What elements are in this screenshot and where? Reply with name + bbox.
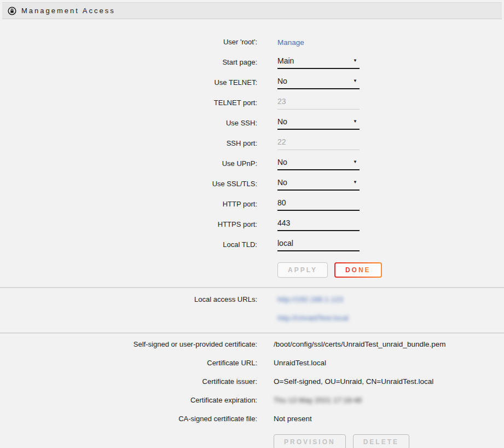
row-telnet-port: TELNET port:: [0, 93, 504, 113]
row-use-telnet: Use TELNET: No ▼: [0, 72, 504, 93]
local-tld-label: Local TLD:: [0, 240, 257, 249]
local-access-url-hostname-link[interactable]: http://UnraidTest.local: [277, 314, 349, 322]
delete-button[interactable]: DELETE: [353, 434, 409, 448]
local-access-urls-label: Local access URLs:: [0, 295, 257, 303]
manage-root-link[interactable]: Manage: [277, 38, 304, 47]
cert-expiration-row: Certificate expiration: Thu 13 May 2021 …: [0, 390, 504, 409]
row-use-ssl: Use SSL/TLS: No ▼: [0, 174, 504, 194]
cert-expiration-label: Certificate expiration:: [0, 396, 257, 404]
row-http-port: HTTP port:: [0, 194, 504, 214]
local-tld-input[interactable]: [277, 238, 360, 251]
row-use-upnp: Use UPnP: No ▼: [0, 153, 504, 174]
use-upnp-label: Use UPnP:: [0, 159, 257, 168]
management-access-form: User 'root': Manage Start page: Main ▼ U…: [0, 19, 504, 278]
cert-file-row: Self-signed or user-provided certificate…: [0, 335, 504, 353]
use-upnp-value: No: [277, 158, 287, 166]
cert-file-label: Self-signed or user-provided certificate…: [0, 340, 257, 348]
use-telnet-label: Use TELNET:: [0, 78, 257, 87]
ssh-port-label: SSH port:: [0, 139, 257, 147]
chevron-down-icon: ▼: [353, 59, 358, 63]
http-port-label: HTTP port:: [0, 200, 257, 208]
row-user-root: User 'root': Manage: [0, 32, 504, 52]
use-telnet-value: No: [277, 77, 287, 85]
done-button-label: DONE: [345, 266, 371, 274]
local-access-url-ip-link[interactable]: http://192.168.1.123: [277, 295, 343, 303]
lock-circle-icon: [8, 7, 16, 15]
telnet-port-label: TELNET port:: [0, 99, 257, 107]
row-local-tld: Local TLD:: [0, 234, 504, 255]
done-button[interactable]: DONE: [334, 262, 382, 278]
cert-issuer-value: O=Self-signed, OU=Unraid, CN=UnraidTest.…: [274, 377, 433, 386]
start-page-value: Main: [277, 56, 294, 65]
local-access-urls-section: Local access URLs: http://192.168.1.123 …: [0, 288, 504, 330]
https-port-label: HTTPS port:: [0, 220, 257, 228]
http-port-input[interactable]: [277, 197, 360, 211]
use-ssl-label: Use SSL/TLS:: [0, 180, 257, 188]
use-ssh-label: Use SSH:: [0, 119, 257, 127]
cert-url-row: Certificate URL: UnraidTest.local: [0, 353, 504, 372]
titlebar: Management Access: [2, 2, 502, 19]
provision-button[interactable]: PROVISION: [274, 434, 346, 448]
apply-button[interactable]: APPLY: [277, 262, 328, 278]
chevron-down-icon: ▼: [353, 160, 358, 164]
telnet-port-input: [277, 96, 360, 110]
user-root-label: User 'root':: [0, 38, 257, 46]
cert-issuer-label: Certificate issuer:: [0, 377, 257, 386]
ca-cert-file-row: CA-signed certificate file: Not present: [0, 409, 504, 428]
certificate-section: Self-signed or user-provided certificate…: [0, 334, 504, 448]
use-ssl-select[interactable]: No ▼: [277, 177, 360, 191]
row-https-port: HTTPS port:: [0, 214, 504, 234]
cert-file-value: /boot/config/ssl/certs/UnraidTest_unraid…: [274, 340, 445, 348]
ca-cert-file-value: Not present: [274, 415, 312, 423]
form-buttons: APPLY DONE: [277, 262, 504, 278]
use-ssh-select[interactable]: No ▼: [277, 116, 360, 130]
cert-expiration-value: Thu 13 May 2021 17:18:48: [274, 396, 362, 404]
row-start-page: Start page: Main ▼: [0, 52, 504, 72]
chevron-down-icon: ▼: [353, 119, 358, 124]
local-access-urls-row: http://UnraidTest.local: [0, 308, 504, 327]
chevron-down-icon: ▼: [353, 79, 358, 83]
cert-url-label: Certificate URL:: [0, 359, 257, 367]
https-port-input[interactable]: [277, 217, 360, 231]
row-ssh-port: SSH port:: [0, 133, 504, 153]
management-access-page: Management Access User 'root': Manage St…: [0, 0, 504, 448]
cert-url-value: UnraidTest.local: [274, 359, 326, 367]
cert-issuer-row: Certificate issuer: O=Self-signed, OU=Un…: [0, 372, 504, 390]
row-use-ssh: Use SSH: No ▼: [0, 113, 504, 133]
start-page-label: Start page:: [0, 58, 257, 66]
certificate-buttons: PROVISION DELETE: [274, 434, 504, 448]
use-ssl-value: No: [277, 178, 287, 187]
page-title: Management Access: [21, 7, 115, 15]
use-upnp-select[interactable]: No ▼: [277, 157, 360, 170]
start-page-select[interactable]: Main ▼: [277, 55, 360, 69]
ssh-port-input: [277, 136, 360, 150]
chevron-down-icon: ▼: [353, 180, 358, 185]
use-ssh-value: No: [277, 117, 287, 126]
local-access-urls-row: Local access URLs: http://192.168.1.123: [0, 290, 504, 308]
ca-cert-file-label: CA-signed certificate file:: [0, 415, 257, 423]
use-telnet-select[interactable]: No ▼: [277, 76, 360, 89]
